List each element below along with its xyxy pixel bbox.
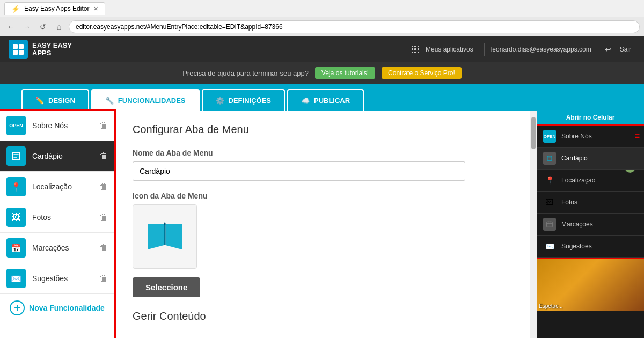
user-email: leonardo.dias@easyeasyapps.com [491,46,591,53]
sidebar-item-sobre-nos[interactable]: OPEN Sobre Nós 🗑 [0,111,114,141]
browser-controls: ← → ↺ ⌂ [0,17,644,36]
logo-text: EASY EASY APPS [32,42,72,57]
forward-button[interactable]: → [20,20,33,33]
calendar-icon: 📅 [6,238,26,258]
add-feature-button[interactable]: + Nova Funcionalidade [10,300,105,315]
phone-menu-marcacoes[interactable]: Marcações [537,214,644,236]
svg-rect-1 [19,44,24,49]
phone-preview: Abrir no Celular OPEN Sobre Nós ≡ Cardáp… [537,111,644,338]
book-icon [6,146,26,166]
pencil-icon: ✏️ [35,97,44,105]
add-circle-icon: + [10,300,25,315]
open-on-phone-button[interactable]: Abrir no Celular [537,111,644,124]
delete-marcacoes-icon[interactable]: 🗑 [99,243,108,253]
scrollbar-thumb[interactable] [531,117,536,149]
help-banner: Precisa de ajuda para terminar seu app? … [0,62,644,84]
tab-design-label: DESIGN [48,97,75,105]
tab-title: Easy Easy Apps Editor [24,5,89,12]
phone-menu: OPEN Sobre Nós ≡ Cardápio 📍 Localização … [537,126,644,258]
phone-sugestoes-label: Sugestões [561,243,592,250]
tab-design[interactable]: ✏️ DESIGN [21,89,89,111]
logo-icon [9,40,28,59]
svg-rect-8 [551,221,551,222]
photos-icon: 🖼 [6,208,26,227]
name-input[interactable] [133,161,465,181]
delete-cardapio-icon[interactable]: 🗑 [99,151,108,161]
scrollbar[interactable] [530,111,537,338]
phone-menu-localizacao[interactable]: 📍 Localização [537,170,644,192]
nav-tabs: ✏️ DESIGN 🔧 FUNCIONALIDADES ⚙️ DEFINIÇÕE… [0,84,644,111]
phone-mail-icon: ✉️ [543,240,556,253]
open-icon: OPEN [6,116,26,135]
phone-menu-sobre-nos[interactable]: OPEN Sobre Nós ≡ [537,126,644,148]
main-layout: OPEN Sobre Nós 🗑 Cardápio 🗑 📍 Localizaçã… [0,111,644,338]
back-button[interactable]: ← [4,20,17,33]
icon-label: Icon da Aba de Menu [133,192,513,200]
location-icon: 📍 [6,177,26,196]
name-label: Nome da Aba de Menu [133,149,513,157]
sidebar-item-fotos-label: Fotos [32,213,93,222]
refresh-button[interactable]: ↺ [36,20,49,33]
page-title: Configurar Aba de Menu [133,123,513,136]
phone-fotos-label: Fotos [561,199,577,206]
phone-menu-sugestoes[interactable]: ✉️ Sugestões [537,236,644,258]
phone-calendar-icon [543,218,556,231]
tab-favicon: ⚡ [11,5,20,13]
browser-tab[interactable]: ⚡ Easy Easy Apps Editor ✕ [4,2,105,15]
phone-food-image: Espetac... [537,258,644,311]
logo-area: EASY EASY APPS [9,40,72,59]
tab-definicoes-label: DEFINIÇÕES [229,97,271,105]
phone-cardapio-label: Cardápio [561,155,588,162]
app-header: EASY EASY APPS Meus aplicativos leonardo… [0,36,644,62]
sign-out-button[interactable]: Sair [616,43,635,55]
features-icon: 🔧 [105,97,114,105]
tutorial-button[interactable]: Veja os tutoriais! [315,67,375,79]
hamburger-icon[interactable]: ≡ [635,131,640,141]
svg-point-4 [164,223,165,225]
delete-sugestoes-icon[interactable]: 🗑 [99,274,108,283]
sidebar: OPEN Sobre Nós 🗑 Cardápio 🗑 📍 Localizaçã… [0,111,115,338]
tab-publicar[interactable]: ☁️ PUBLICAR [287,89,364,111]
manage-content-title: Gerir Conteúdo [133,310,513,322]
delete-fotos-icon[interactable]: 🗑 [99,212,108,222]
tab-close-icon[interactable]: ✕ [93,5,98,12]
delete-sobre-nos-icon[interactable]: 🗑 [99,121,108,130]
sidebar-item-fotos[interactable]: 🖼 Fotos 🗑 [0,202,114,233]
svg-rect-7 [548,221,548,222]
service-button[interactable]: Contrate o Serviço Pro! [382,67,462,79]
phone-menu-cardapio[interactable]: Cardápio [537,148,644,170]
svg-rect-3 [19,50,24,55]
phone-book-icon [543,152,556,165]
phone-menu-fotos[interactable]: 🖼 Fotos [537,192,644,214]
phone-location-icon: 📍 [543,174,556,187]
phone-marcacoes-label: Marcações [561,221,593,228]
phone-open-icon: OPEN [543,130,556,143]
phone-photos-icon: 🖼 [543,196,556,209]
my-apps-button[interactable]: Meus aplicativos [421,43,478,55]
phone-sobre-nos-label: Sobre Nós [561,133,592,140]
food-label: Espetac... [539,303,562,309]
book-preview-icon [143,215,186,258]
tab-funcionalidades-label: FUNCIONALIDADES [118,97,186,105]
sidebar-item-marcacoes[interactable]: 📅 Marcações 🗑 [0,233,114,263]
sidebar-item-cardapio[interactable]: Cardápio 🗑 [0,141,114,172]
delete-localizacao-icon[interactable]: 🗑 [99,182,108,192]
sidebar-item-sugestoes[interactable]: ✉️ Sugestões 🗑 [0,263,114,294]
content-area: Configurar Aba de Menu Nome da Aba de Me… [115,111,530,338]
sidebar-item-localizacao-label: Localização [32,182,93,191]
address-bar[interactable] [69,20,640,33]
browser-titlebar: ⚡ Easy Easy Apps Editor ✕ [0,0,644,17]
header-nav: Meus aplicativos leonardo.dias@easyeasya… [412,43,635,56]
content-divider [133,329,476,329]
gear-icon: ⚙️ [216,97,224,105]
icon-preview [133,204,197,269]
tab-publicar-label: PUBLICAR [314,97,350,105]
tab-definicoes[interactable]: ⚙️ DEFINIÇÕES [202,89,285,111]
tab-funcionalidades[interactable]: 🔧 FUNCIONALIDADES [91,89,200,111]
svg-rect-5 [547,222,553,227]
home-button[interactable]: ⌂ [53,20,65,33]
cloud-icon: ☁️ [301,97,310,105]
sidebar-item-localizacao[interactable]: 📍 Localização 🗑 [0,172,114,202]
select-button[interactable]: Seleccione [133,277,200,297]
grid-icon [412,46,419,53]
